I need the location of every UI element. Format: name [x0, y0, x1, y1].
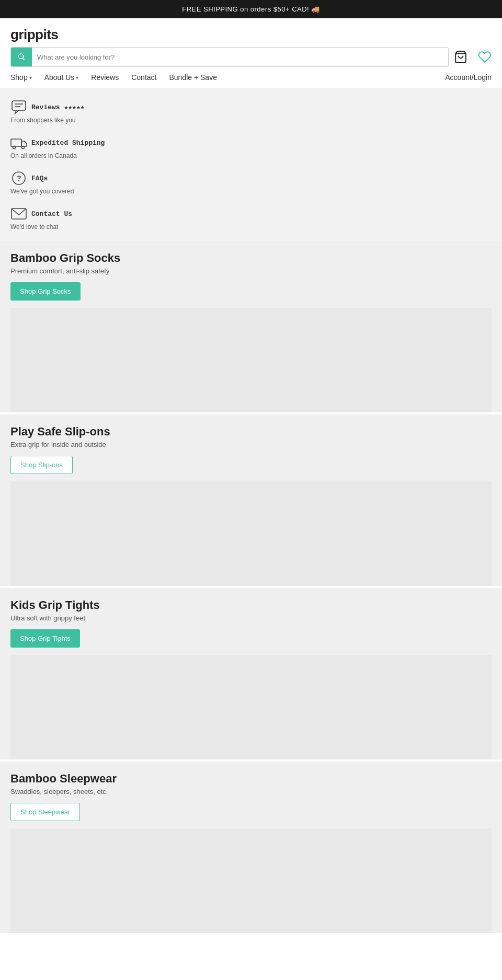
shop-slipons-button[interactable]: Shop Slip-ons	[10, 456, 73, 474]
shipping-title: Expedited Shipping	[31, 139, 105, 147]
contact-subtitle: We'd love to chat	[10, 223, 492, 230]
svg-rect-1	[12, 101, 26, 110]
product-subtitle-slipons: Extra grip for inside and outside	[10, 441, 492, 448]
product-title-slipons: Play Safe Slip-ons	[10, 425, 492, 439]
cart-icon	[454, 50, 467, 64]
nav-item-bundle[interactable]: Bundle + Save	[169, 73, 216, 82]
reviews-title: Reviews ★★★★★	[31, 103, 85, 111]
nav-left: Shop ▾ About Us ▾ Reviews Contact Bundle…	[10, 73, 217, 82]
wishlist-icon-wrap[interactable]	[478, 50, 492, 64]
shipping-subtitle: On all orders in Canada	[10, 152, 492, 159]
info-reviews: Reviews ★★★★★ From shoppers like you	[10, 99, 492, 124]
product-section-slipons: Play Safe Slip-ons Extra grip for inside…	[0, 414, 502, 586]
info-reviews-row: Reviews ★★★★★	[10, 99, 492, 116]
search-icon	[17, 53, 26, 61]
product-subtitle-sleepwear: Swaddles, sleepers, sheets, etc.	[10, 788, 492, 795]
email-icon	[10, 205, 27, 222]
nav-item-shop[interactable]: Shop ▾	[10, 73, 32, 82]
chevron-down-icon: ▾	[29, 75, 32, 80]
svg-point-6	[22, 146, 25, 149]
reviews-subtitle: From shoppers like you	[10, 117, 492, 124]
header: grippits	[0, 18, 502, 67]
nav-item-about[interactable]: About Us ▾	[44, 73, 79, 82]
top-banner: FREE SHIPPING on orders $50+ CAD! 🚚	[0, 0, 502, 18]
info-shipping: Expedited Shipping On all orders in Cana…	[10, 134, 492, 159]
heart-icon	[478, 50, 492, 64]
product-title-tights: Kids Grip Tights	[10, 598, 492, 612]
search-row	[10, 47, 492, 67]
banner-text: FREE SHIPPING on orders $50+ CAD! 🚚	[182, 5, 320, 13]
svg-text:?: ?	[17, 174, 21, 182]
shop-grip-tights-button[interactable]: Shop Grip Tights	[10, 629, 80, 648]
logo[interactable]: grippits	[10, 27, 492, 43]
nav-bar: Shop ▾ About Us ▾ Reviews Contact Bundle…	[0, 67, 502, 88]
info-strip: Reviews ★★★★★ From shoppers like you Exp…	[0, 88, 502, 241]
product-image-tights	[10, 655, 492, 759]
info-contact: Contact Us We'd love to chat	[10, 205, 492, 230]
svg-point-5	[13, 146, 16, 149]
product-title-socks: Bamboo Grip Socks	[10, 251, 492, 265]
shop-sleepwear-button[interactable]: Shop Sleepwear	[10, 803, 80, 821]
product-title-sleepwear: Bamboo Sleepwear	[10, 772, 492, 786]
svg-rect-4	[11, 139, 21, 146]
account-login[interactable]: Account/Login	[445, 73, 492, 82]
info-faqs-row: ? FAQs	[10, 170, 492, 187]
product-image-socks	[10, 308, 492, 412]
shop-grip-socks-button[interactable]: Shop Grip Socks	[10, 282, 81, 301]
product-section-socks: Bamboo Grip Socks Premium comfort, anti-…	[0, 241, 502, 412]
product-section-sleepwear: Bamboo Sleepwear Swaddles, sleepers, she…	[0, 762, 502, 933]
product-image-sleepwear	[10, 828, 492, 933]
info-contact-row: Contact Us	[10, 205, 492, 222]
cart-icon-wrap[interactable]	[454, 50, 467, 64]
search-container	[10, 47, 449, 67]
contact-title: Contact Us	[31, 210, 72, 218]
chevron-down-icon: ▾	[76, 75, 78, 80]
header-icons	[454, 50, 492, 64]
info-shipping-row: Expedited Shipping	[10, 134, 492, 151]
faq-icon: ?	[10, 170, 27, 187]
faqs-title: FAQs	[31, 175, 48, 182]
product-image-slipons	[10, 481, 492, 586]
chat-icon	[10, 99, 27, 116]
product-subtitle-socks: Premium comfort, anti-slip safety	[10, 267, 492, 275]
product-section-tights: Kids Grip Tights Ultra soft with grippy …	[0, 588, 502, 759]
search-button[interactable]	[11, 47, 32, 67]
info-faqs: ? FAQs We've got you covered	[10, 170, 492, 195]
search-input[interactable]	[32, 48, 448, 66]
nav-item-reviews[interactable]: Reviews	[91, 73, 119, 82]
faqs-subtitle: We've got you covered	[10, 188, 492, 195]
truck-icon	[10, 134, 27, 151]
product-subtitle-tights: Ultra soft with grippy feet	[10, 614, 492, 622]
nav-item-contact[interactable]: Contact	[131, 73, 156, 82]
